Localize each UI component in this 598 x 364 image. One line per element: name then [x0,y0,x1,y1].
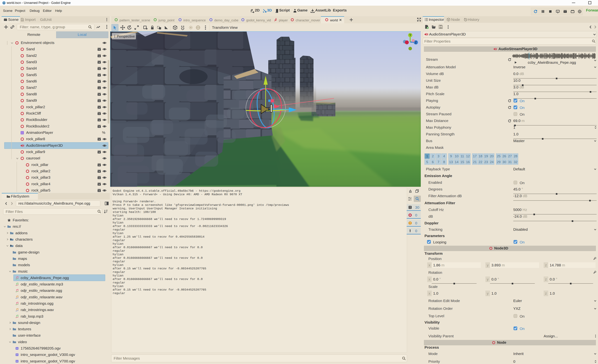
svg-text:Z: Z [415,41,417,44]
svg-text:Y: Y [409,34,411,37]
